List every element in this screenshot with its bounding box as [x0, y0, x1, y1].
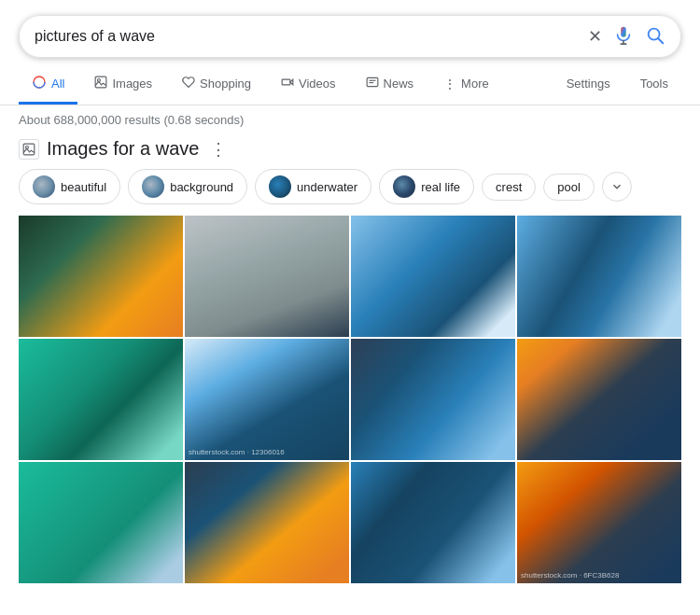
watermark-12: shutterstock.com · 6FC3B628 [521, 571, 619, 580]
chip-crest-label: crest [496, 180, 522, 194]
shopping-icon [182, 76, 195, 91]
chip-underwater-thumb [269, 175, 291, 198]
settings-label: Settings [567, 77, 610, 91]
tools-label: Tools [640, 77, 668, 91]
tab-images[interactable]: Images [81, 66, 165, 104]
chip-background[interactable]: background [128, 169, 247, 204]
svg-rect-14 [23, 144, 35, 155]
images-section-title: Images for a wave [47, 138, 199, 160]
grid-item-7[interactable] [351, 339, 515, 460]
tab-more[interactable]: ⋮ More [430, 67, 502, 104]
images-section-icon [19, 139, 39, 160]
search-icon[interactable] [645, 25, 665, 49]
grid-item-3[interactable] [351, 216, 515, 337]
nav-settings-group: Settings Tools [553, 67, 681, 103]
chip-pool[interactable]: pool [543, 174, 595, 201]
grid-item-11[interactable] [351, 462, 515, 583]
chip-underwater-label: underwater [297, 180, 357, 194]
tab-more-label: More [461, 77, 489, 91]
chip-real-life-label: real life [421, 180, 460, 194]
grid-item-6[interactable]: shutterstock.com · 12306016 [185, 339, 349, 460]
chip-real-life-thumb [393, 175, 415, 198]
news-icon [366, 76, 379, 91]
chip-background-thumb [142, 175, 164, 198]
settings-link[interactable]: Settings [553, 67, 623, 103]
images-more-options-icon[interactable]: ⋮ [210, 139, 227, 160]
chip-pool-label: pool [557, 180, 581, 194]
grid-item-4[interactable] [517, 216, 681, 337]
svg-line-4 [658, 38, 663, 43]
tab-all-label: All [51, 77, 64, 91]
search-bar-container: ✕ [0, 0, 700, 58]
watermark-6: shutterstock.com · 12306016 [189, 448, 285, 456]
images-nav-icon [94, 76, 107, 91]
tab-videos-label: Videos [299, 77, 336, 91]
chip-underwater[interactable]: underwater [255, 169, 371, 204]
chip-real-life[interactable]: real life [379, 169, 474, 204]
tab-news[interactable]: News [353, 66, 427, 104]
tab-images-label: Images [112, 77, 152, 91]
grid-item-10[interactable] [185, 462, 349, 583]
grid-item-1[interactable] [19, 216, 183, 337]
grid-item-8[interactable] [517, 339, 681, 460]
nav-tabs: All Images Shopping Videos News ⋮ More S… [0, 65, 700, 105]
chip-beautiful-label: beautiful [61, 180, 106, 194]
search-input[interactable] [35, 28, 581, 45]
search-bar: ✕ [19, 15, 681, 58]
chip-beautiful[interactable]: beautiful [19, 169, 120, 204]
tab-all[interactable]: All [19, 65, 77, 105]
more-dots-icon: ⋮ [443, 77, 456, 91]
images-section-header: Images for a wave ⋮ [0, 134, 700, 169]
chip-crest[interactable]: crest [482, 174, 536, 201]
tab-shopping[interactable]: Shopping [169, 66, 264, 104]
svg-rect-0 [621, 26, 626, 36]
chips-expand-button[interactable] [602, 172, 632, 202]
chip-background-label: background [170, 180, 233, 194]
all-icon [32, 75, 47, 92]
search-icons: ✕ [588, 25, 665, 49]
filter-chips: beautiful background underwater real lif… [0, 169, 700, 216]
tab-videos[interactable]: Videos [268, 66, 349, 104]
results-count: About 688,000,000 results (0.68 seconds) [0, 105, 700, 134]
svg-rect-9 [282, 79, 290, 85]
grid-item-2[interactable] [185, 216, 349, 337]
grid-item-12[interactable]: shutterstock.com · 6FC3B628 [517, 462, 681, 583]
chip-beautiful-thumb [33, 175, 55, 198]
mic-icon[interactable] [613, 25, 634, 49]
clear-icon[interactable]: ✕ [588, 26, 602, 47]
svg-rect-7 [96, 77, 107, 88]
grid-item-5[interactable] [19, 339, 183, 460]
grid-item-9[interactable] [19, 462, 183, 583]
tools-link[interactable]: Tools [627, 67, 681, 103]
tab-shopping-label: Shopping [200, 77, 251, 91]
image-grid: shutterstock.com · 12306016 shutterstock… [0, 216, 700, 583]
tab-news-label: News [384, 77, 414, 91]
videos-icon [281, 76, 294, 91]
